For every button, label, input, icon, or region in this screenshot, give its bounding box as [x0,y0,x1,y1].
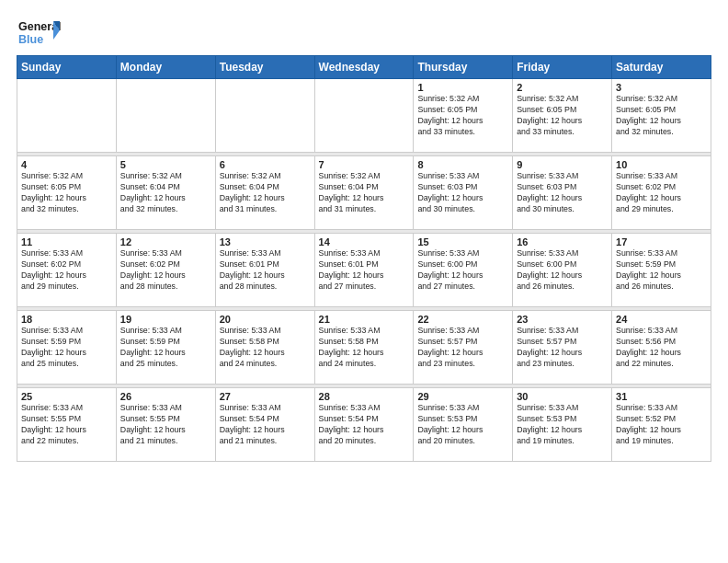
day-cell [116,79,215,153]
day-number: 25 [21,391,112,402]
day-cell: 21Sunrise: 5:33 AM Sunset: 5:58 PM Dayli… [314,311,414,385]
day-info: Sunrise: 5:32 AM Sunset: 6:05 PM Dayligh… [21,171,112,215]
day-info: Sunrise: 5:33 AM Sunset: 6:02 PM Dayligh… [21,248,112,293]
week-row-4: 18Sunrise: 5:33 AM Sunset: 5:59 PM Dayli… [17,311,711,385]
day-info: Sunrise: 5:33 AM Sunset: 6:00 PM Dayligh… [417,248,508,293]
day-number: 7 [319,159,410,170]
col-header-friday: Friday [513,56,612,79]
day-cell: 30Sunrise: 5:33 AM Sunset: 5:53 PM Dayli… [513,388,612,462]
day-number: 18 [21,314,112,325]
col-header-wednesday: Wednesday [314,56,414,79]
day-cell [314,79,414,153]
day-number: 12 [120,236,211,247]
week-row-1: 1Sunrise: 5:32 AM Sunset: 6:05 PM Daylig… [17,79,711,153]
day-cell [17,79,117,153]
day-cell: 23Sunrise: 5:33 AM Sunset: 5:57 PM Dayli… [513,311,612,385]
day-number: 14 [319,236,410,247]
day-number: 22 [417,314,508,325]
header-row: SundayMondayTuesdayWednesdayThursdayFrid… [17,56,711,79]
day-cell: 3Sunrise: 5:32 AM Sunset: 6:05 PM Daylig… [612,79,711,153]
day-info: Sunrise: 5:33 AM Sunset: 5:53 PM Dayligh… [417,403,508,447]
day-number: 2 [517,82,608,93]
day-cell: 27Sunrise: 5:33 AM Sunset: 5:54 PM Dayli… [215,388,314,462]
day-cell: 20Sunrise: 5:33 AM Sunset: 5:58 PM Dayli… [215,311,314,385]
day-info: Sunrise: 5:33 AM Sunset: 6:01 PM Dayligh… [220,248,311,293]
day-cell: 19Sunrise: 5:33 AM Sunset: 5:59 PM Dayli… [116,311,215,385]
day-info: Sunrise: 5:33 AM Sunset: 5:52 PM Dayligh… [616,403,707,447]
page: General Blue SundayMondayTuesdayWednesda… [0,0,728,471]
calendar-table: SundayMondayTuesdayWednesdayThursdayFrid… [17,55,711,462]
day-cell [215,79,314,153]
day-info: Sunrise: 5:33 AM Sunset: 5:55 PM Dayligh… [120,403,211,447]
day-cell: 26Sunrise: 5:33 AM Sunset: 5:55 PM Dayli… [116,388,215,462]
day-cell: 11Sunrise: 5:33 AM Sunset: 6:02 PM Dayli… [17,234,117,307]
day-info: Sunrise: 5:32 AM Sunset: 6:04 PM Dayligh… [120,171,211,215]
day-info: Sunrise: 5:33 AM Sunset: 5:57 PM Dayligh… [517,326,608,370]
day-number: 29 [417,391,508,402]
day-cell: 8Sunrise: 5:33 AM Sunset: 6:03 PM Daylig… [414,156,513,230]
day-info: Sunrise: 5:33 AM Sunset: 5:55 PM Dayligh… [21,403,112,447]
day-number: 9 [517,159,608,170]
day-number: 26 [120,391,211,402]
header: General Blue [17,17,711,50]
week-row-5: 25Sunrise: 5:33 AM Sunset: 5:55 PM Dayli… [17,388,711,462]
day-info: Sunrise: 5:33 AM Sunset: 6:02 PM Dayligh… [120,248,211,293]
day-number: 28 [319,391,410,402]
day-info: Sunrise: 5:33 AM Sunset: 5:54 PM Dayligh… [220,403,311,447]
logo-svg: General Blue [17,17,61,50]
day-cell: 17Sunrise: 5:33 AM Sunset: 5:59 PM Dayli… [612,234,711,307]
day-info: Sunrise: 5:33 AM Sunset: 6:00 PM Dayligh… [517,248,608,293]
day-info: Sunrise: 5:32 AM Sunset: 6:05 PM Dayligh… [517,94,608,138]
day-number: 23 [517,314,608,325]
day-number: 3 [616,82,707,93]
day-info: Sunrise: 5:32 AM Sunset: 6:05 PM Dayligh… [616,94,707,138]
day-cell: 31Sunrise: 5:33 AM Sunset: 5:52 PM Dayli… [612,388,711,462]
day-number: 4 [21,159,112,170]
day-number: 6 [220,159,311,170]
day-number: 31 [616,391,707,402]
day-cell: 18Sunrise: 5:33 AM Sunset: 5:59 PM Dayli… [17,311,117,385]
col-header-monday: Monday [116,56,215,79]
day-number: 30 [517,391,608,402]
day-cell: 7Sunrise: 5:32 AM Sunset: 6:04 PM Daylig… [314,156,414,230]
day-number: 20 [220,314,311,325]
day-info: Sunrise: 5:33 AM Sunset: 5:53 PM Dayligh… [517,403,608,447]
day-cell: 4Sunrise: 5:32 AM Sunset: 6:05 PM Daylig… [17,156,117,230]
day-info: Sunrise: 5:33 AM Sunset: 5:58 PM Dayligh… [319,326,410,370]
week-row-3: 11Sunrise: 5:33 AM Sunset: 6:02 PM Dayli… [17,234,711,307]
day-info: Sunrise: 5:33 AM Sunset: 6:01 PM Dayligh… [319,248,410,293]
day-info: Sunrise: 5:33 AM Sunset: 6:02 PM Dayligh… [616,171,707,215]
day-number: 24 [616,314,707,325]
day-number: 17 [616,236,707,247]
col-header-sunday: Sunday [17,56,117,79]
week-row-2: 4Sunrise: 5:32 AM Sunset: 6:05 PM Daylig… [17,156,711,230]
svg-text:Blue: Blue [18,33,43,46]
day-number: 8 [417,159,508,170]
logo-area: General Blue [17,17,61,50]
day-info: Sunrise: 5:33 AM Sunset: 5:59 PM Dayligh… [616,248,707,293]
day-number: 13 [220,236,311,247]
day-cell: 24Sunrise: 5:33 AM Sunset: 5:56 PM Dayli… [612,311,711,385]
day-cell: 2Sunrise: 5:32 AM Sunset: 6:05 PM Daylig… [513,79,612,153]
day-info: Sunrise: 5:33 AM Sunset: 5:57 PM Dayligh… [417,326,508,370]
day-info: Sunrise: 5:33 AM Sunset: 5:59 PM Dayligh… [120,326,211,370]
day-cell: 29Sunrise: 5:33 AM Sunset: 5:53 PM Dayli… [414,388,513,462]
day-number: 27 [220,391,311,402]
day-info: Sunrise: 5:32 AM Sunset: 6:04 PM Dayligh… [319,171,410,215]
day-number: 16 [517,236,608,247]
day-info: Sunrise: 5:32 AM Sunset: 6:04 PM Dayligh… [220,171,311,215]
day-info: Sunrise: 5:33 AM Sunset: 5:59 PM Dayligh… [21,326,112,370]
col-header-saturday: Saturday [612,56,711,79]
day-cell: 5Sunrise: 5:32 AM Sunset: 6:04 PM Daylig… [116,156,215,230]
day-cell: 25Sunrise: 5:33 AM Sunset: 5:55 PM Dayli… [17,388,117,462]
day-cell: 10Sunrise: 5:33 AM Sunset: 6:02 PM Dayli… [612,156,711,230]
day-info: Sunrise: 5:32 AM Sunset: 6:05 PM Dayligh… [417,94,508,138]
day-info: Sunrise: 5:33 AM Sunset: 6:03 PM Dayligh… [517,171,608,215]
day-cell: 12Sunrise: 5:33 AM Sunset: 6:02 PM Dayli… [116,234,215,307]
day-cell: 14Sunrise: 5:33 AM Sunset: 6:01 PM Dayli… [314,234,414,307]
day-number: 11 [21,236,112,247]
day-cell: 1Sunrise: 5:32 AM Sunset: 6:05 PM Daylig… [414,79,513,153]
day-number: 19 [120,314,211,325]
day-number: 10 [616,159,707,170]
day-cell: 6Sunrise: 5:32 AM Sunset: 6:04 PM Daylig… [215,156,314,230]
